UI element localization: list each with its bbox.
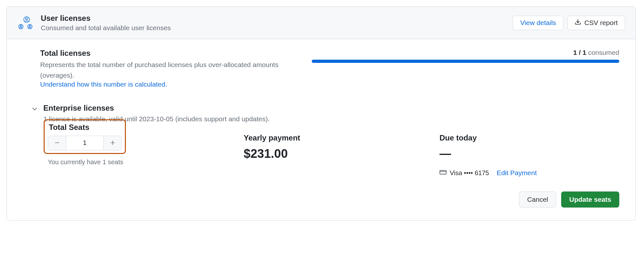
seats-input[interactable] [66, 136, 103, 150]
decrement-button[interactable] [48, 136, 66, 150]
view-details-button[interactable]: View details [513, 16, 563, 30]
progress-bar [312, 60, 619, 63]
total-licenses-section: Total licenses Represents the total numb… [20, 49, 622, 88]
due-column: Due today — Visa •••• 6175 Edit Payment [439, 133, 622, 177]
header-subtitle: Consumed and total available user licens… [41, 24, 506, 32]
header-actions: View details CSV report [513, 16, 625, 30]
panel-header: User licenses Consumed and total availab… [7, 7, 635, 39]
total-licenses-desc: Represents the total number of purchased… [40, 60, 299, 81]
seats-title: Total Seats [49, 123, 122, 132]
svg-point-5 [29, 25, 31, 27]
header-text: User licenses Consumed and total availab… [41, 14, 506, 32]
cancel-button[interactable]: Cancel [519, 191, 556, 208]
update-seats-button[interactable]: Update seats [561, 191, 619, 208]
minus-icon [54, 138, 60, 148]
csv-report-button[interactable]: CSV report [567, 16, 625, 30]
download-icon [575, 19, 581, 27]
panel-body: Total licenses Represents the total numb… [7, 39, 635, 220]
header-title: User licenses [41, 14, 506, 23]
seats-highlight: Total Seats [44, 119, 126, 154]
seats-column: Total Seats [48, 133, 231, 177]
seats-note: You currently have 1 seats [48, 158, 231, 166]
edit-columns: Total Seats [20, 133, 622, 177]
svg-point-3 [20, 25, 22, 27]
seats-stepper [48, 136, 122, 150]
chevron-down-icon[interactable] [31, 106, 38, 114]
yearly-column: Yearly payment $231.00 [244, 133, 427, 177]
due-amount: — [439, 147, 622, 160]
total-licenses-title: Total licenses [40, 49, 299, 58]
user-licenses-panel: User licenses Consumed and total availab… [6, 6, 636, 221]
yearly-amount: $231.00 [244, 147, 427, 161]
payment-row: Visa •••• 6175 Edit Payment [439, 169, 622, 177]
yearly-title: Yearly payment [244, 133, 427, 142]
increment-button[interactable] [103, 136, 121, 150]
card-text: Visa •••• 6175 [450, 169, 489, 177]
csv-report-label: CSV report [584, 19, 618, 27]
understand-link[interactable]: Understand how this number is calculated… [40, 81, 167, 88]
consumed-suffix: consumed [586, 49, 619, 56]
svg-point-1 [26, 18, 28, 20]
consumed-label: 1 / 1 consumed [312, 49, 619, 56]
due-title: Due today [439, 133, 622, 142]
users-icon [17, 14, 34, 31]
progress-wrap: 1 / 1 consumed [312, 49, 622, 63]
card-icon [439, 169, 447, 177]
consumed-count: 1 / 1 [573, 49, 586, 56]
edit-payment-link[interactable]: Edit Payment [497, 169, 537, 177]
total-licenses-text: Total licenses Represents the total numb… [20, 49, 299, 88]
plus-icon [110, 138, 116, 148]
enterprise-title: Enterprise licenses [43, 104, 270, 113]
footer-actions: Cancel Update seats [20, 191, 622, 208]
